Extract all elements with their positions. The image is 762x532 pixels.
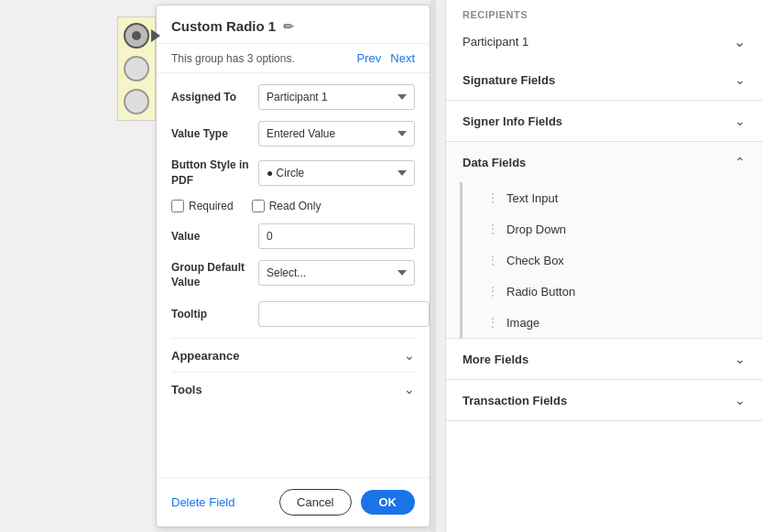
data-fields-chevron-icon: ⌃: [735, 155, 746, 169]
button-style-label: Button Style in PDF: [171, 157, 258, 189]
drag-handle-icon: ⋮: [486, 190, 499, 205]
signature-fields-section: Signature Fields ⌄: [446, 60, 762, 101]
more-fields-title: More Fields: [463, 353, 528, 366]
assigned-to-select[interactable]: Participant 1: [258, 84, 415, 110]
assigned-to-row: Assigned To Participant 1: [171, 84, 415, 110]
data-field-image[interactable]: ⋮ Image: [460, 307, 762, 338]
participant-1-item[interactable]: Participant 1 ⌄: [446, 24, 762, 60]
next-button[interactable]: Next: [390, 51, 415, 65]
modal-nav-row: This group has 3 options. Prev Next: [157, 44, 430, 73]
signer-info-section: Signer Info Fields ⌄: [446, 101, 762, 142]
transaction-fields-chevron-icon: ⌄: [735, 393, 746, 407]
transaction-fields-title: Transaction Fields: [463, 394, 567, 407]
value-type-select[interactable]: Entered Value: [258, 121, 415, 147]
tools-chevron-icon: ⌄: [404, 382, 415, 396]
signature-fields-header[interactable]: Signature Fields ⌄: [446, 60, 762, 100]
radio-item-1[interactable]: [124, 23, 149, 49]
signer-info-header[interactable]: Signer Info Fields ⌄: [446, 101, 762, 141]
recipients-section: RECIPIENTS Participant 1 ⌄: [446, 0, 762, 60]
data-field-check-box[interactable]: ⋮ Check Box: [460, 244, 762, 276]
group-info-text: This group has 3 options.: [171, 52, 295, 65]
required-checkbox-label[interactable]: Required: [171, 200, 234, 212]
data-fields-section: Data Fields ⌃ ⋮ Text Input ⋮ Drop Down ⋮…: [446, 142, 762, 339]
ok-button[interactable]: OK: [361, 490, 416, 515]
more-fields-chevron-icon: ⌄: [735, 352, 746, 366]
more-fields-section: More Fields ⌄: [446, 339, 762, 380]
footer-buttons: Cancel OK: [279, 489, 415, 516]
value-input[interactable]: [258, 223, 415, 249]
image-label: Image: [506, 316, 539, 330]
radio-item-3[interactable]: [124, 89, 149, 114]
tools-label: Tools: [171, 383, 202, 396]
modal-panel: Custom Radio 1 ✏ This group has 3 option…: [156, 5, 430, 527]
tools-section[interactable]: Tools ⌄: [171, 372, 415, 406]
signature-fields-title: Signature Fields: [463, 73, 555, 87]
value-label: Value: [171, 230, 258, 243]
radio-item-2[interactable]: [124, 56, 149, 81]
recipients-label: RECIPIENTS: [446, 0, 762, 24]
left-panel: [0, 0, 156, 532]
modal-body: Assigned To Participant 1 Value Type Ent…: [157, 73, 430, 477]
signature-fields-chevron-icon: ⌄: [735, 72, 746, 87]
scroll-divider: [430, 0, 436, 532]
data-field-text-input[interactable]: ⋮ Text Input: [460, 182, 762, 213]
readonly-checkbox[interactable]: [252, 200, 265, 212]
group-default-row: Group Default Value Select...: [171, 260, 415, 291]
readonly-checkbox-label[interactable]: Read Only: [252, 200, 321, 212]
drop-down-label: Drop Down: [506, 223, 566, 236]
radio-button-label: Radio Button: [506, 285, 575, 299]
delete-field-link[interactable]: Delete Field: [171, 495, 234, 509]
modal-footer: Delete Field Cancel OK: [157, 477, 430, 527]
group-default-label: Group Default Value: [171, 260, 258, 291]
transaction-fields-section: Transaction Fields ⌄: [446, 380, 762, 421]
tooltip-row: Tooltip: [171, 301, 415, 327]
radio-group[interactable]: [117, 16, 156, 121]
right-sidebar: RECIPIENTS Participant 1 ⌄ Signature Fie…: [445, 0, 762, 532]
assigned-to-label: Assigned To: [171, 91, 258, 103]
signer-info-title: Signer Info Fields: [463, 114, 562, 128]
text-input-label: Text Input: [506, 191, 558, 205]
button-style-select[interactable]: ● Circle: [258, 160, 415, 186]
transaction-fields-header[interactable]: Transaction Fields ⌄: [446, 380, 762, 420]
modal-title-text: Custom Radio 1: [171, 18, 276, 34]
tooltip-input[interactable]: [258, 301, 430, 327]
participant-1-chevron-icon: ⌄: [734, 33, 746, 50]
data-fields-title: Data Fields: [463, 156, 526, 169]
group-default-select[interactable]: Select...: [258, 260, 415, 286]
edit-icon[interactable]: ✏: [283, 19, 294, 34]
drag-handle-icon: ⋮: [486, 222, 499, 236]
checkbox-row: Required Read Only: [171, 200, 415, 212]
button-style-row: Button Style in PDF ● Circle: [171, 157, 415, 189]
cancel-button[interactable]: Cancel: [279, 489, 351, 516]
data-field-drop-down[interactable]: ⋮ Drop Down: [460, 213, 762, 244]
required-label-text: Required: [189, 200, 234, 212]
signer-info-chevron-icon: ⌄: [735, 114, 746, 128]
appearance-section[interactable]: Appearance ⌄: [171, 338, 415, 372]
drag-handle-icon: ⋮: [486, 253, 499, 267]
value-type-label: Value Type: [171, 127, 258, 140]
readonly-label-text: Read Only: [269, 200, 321, 212]
more-fields-header[interactable]: More Fields ⌄: [446, 339, 762, 379]
modal-title-area: Custom Radio 1 ✏: [171, 18, 294, 34]
check-box-label: Check Box: [506, 254, 564, 267]
appearance-chevron-icon: ⌄: [404, 348, 415, 363]
required-checkbox[interactable]: [171, 200, 184, 212]
data-field-radio-button[interactable]: ⋮ Radio Button: [460, 276, 762, 307]
tooltip-label: Tooltip: [171, 308, 258, 320]
value-type-row: Value Type Entered Value: [171, 121, 415, 147]
participant-1-text: Participant 1: [463, 35, 528, 49]
nav-buttons: Prev Next: [357, 51, 415, 65]
modal-header: Custom Radio 1 ✏: [157, 5, 430, 44]
drag-handle-icon: ⋮: [486, 315, 499, 330]
data-fields-header[interactable]: Data Fields ⌃: [446, 142, 762, 182]
drag-handle-icon: ⋮: [486, 284, 499, 299]
appearance-label: Appearance: [171, 349, 239, 363]
prev-button[interactable]: Prev: [357, 51, 382, 65]
value-row: Value: [171, 223, 415, 249]
